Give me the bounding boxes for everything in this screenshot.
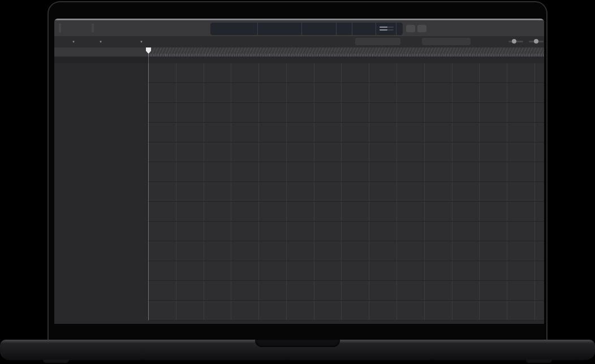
lcd-io-section bbox=[352, 23, 376, 35]
track-header-list bbox=[54, 63, 148, 324]
solo-mode-button[interactable] bbox=[417, 25, 426, 32]
camera-indicator-light bbox=[534, 11, 537, 13]
functions-menu[interactable]: ▼ bbox=[97, 38, 102, 46]
lcd-display[interactable] bbox=[210, 23, 403, 35]
back-icon[interactable] bbox=[57, 38, 67, 46]
arrange-grid[interactable] bbox=[148, 63, 544, 320]
lcd-chevron-icon[interactable] bbox=[396, 23, 403, 35]
lcd-position-section bbox=[258, 23, 303, 35]
add-track-button[interactable] bbox=[57, 49, 65, 55]
laptop-foot-left bbox=[43, 359, 69, 363]
track-header-bar bbox=[54, 47, 148, 57]
duplicate-track-button[interactable] bbox=[69, 49, 77, 55]
purple-badge[interactable] bbox=[431, 25, 446, 32]
screen: ▼ ▼ ▼ bbox=[54, 19, 544, 324]
tracks-area-toolbar: ▼ ▼ ▼ bbox=[54, 36, 544, 48]
lcd-meter-section bbox=[376, 23, 396, 35]
playhead-line bbox=[148, 47, 149, 320]
track-header-config-button[interactable] bbox=[137, 49, 145, 55]
horizontal-zoom-slider[interactable] bbox=[527, 40, 544, 44]
edit-menu[interactable]: ▼ bbox=[70, 38, 75, 46]
laptop-foot-right bbox=[526, 359, 552, 363]
control-bar bbox=[54, 20, 544, 37]
lcd-signature-section bbox=[337, 23, 352, 35]
lcd-tempo-section bbox=[302, 23, 336, 35]
no-input-monitoring-button[interactable] bbox=[406, 25, 415, 32]
control-view-buttons bbox=[92, 23, 94, 33]
window-view-buttons bbox=[59, 23, 61, 33]
lcd-time-section bbox=[210, 23, 258, 35]
hd-meter bbox=[380, 29, 394, 31]
vertical-zoom-slider[interactable] bbox=[507, 40, 523, 44]
snap-select[interactable] bbox=[355, 38, 400, 45]
arrange-empty-area bbox=[148, 320, 544, 324]
drag-select[interactable] bbox=[422, 38, 471, 45]
metronome-icon[interactable] bbox=[449, 25, 456, 32]
view-menu[interactable]: ▼ bbox=[138, 38, 143, 46]
cpu-meter bbox=[380, 27, 394, 28]
laptop-lid-notch bbox=[255, 340, 340, 347]
